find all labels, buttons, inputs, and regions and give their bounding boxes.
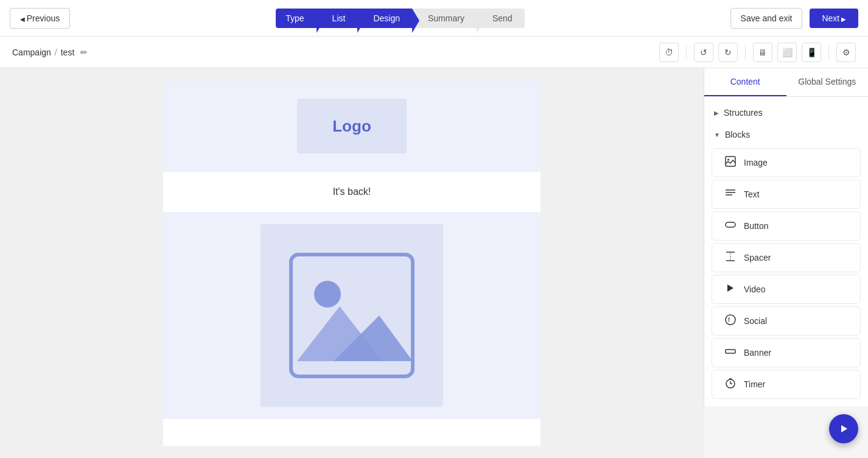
tab-global-settings[interactable]: Global Settings <box>786 68 869 96</box>
svg-text:f: f <box>728 317 730 323</box>
block-item-timer[interactable]: Timer <box>712 370 861 399</box>
spacer-block-label: Spacer <box>744 253 771 262</box>
toolbar-divider-2 <box>745 45 746 60</box>
logo-box: Logo <box>297 99 407 153</box>
blocks-label: Blocks <box>725 130 750 139</box>
tab-content[interactable]: Content <box>704 68 786 96</box>
button-block-label: Button <box>744 221 768 231</box>
svg-marker-13 <box>727 284 733 292</box>
block-item-text[interactable]: Text <box>712 180 861 209</box>
logo-text: Logo <box>332 117 371 136</box>
svg-rect-9 <box>726 222 735 227</box>
placeholder-svg <box>285 248 419 382</box>
svg-marker-21 <box>841 425 847 432</box>
nav-left: Previous <box>10 8 70 29</box>
block-item-banner[interactable]: Banner <box>712 338 861 367</box>
svg-point-5 <box>727 159 729 161</box>
panel-content: ▶ Structures ▼ Blocks Image <box>704 97 868 406</box>
spacer-block-icon <box>724 251 737 264</box>
structures-label: Structures <box>724 108 763 118</box>
block-item-button[interactable]: Button <box>712 211 861 241</box>
svg-point-14 <box>726 315 735 325</box>
video-block-icon <box>724 283 737 296</box>
social-block-label: Social <box>744 316 767 326</box>
breadcrumb-name: test <box>61 48 75 57</box>
undo-icon[interactable]: ↺ <box>694 43 713 62</box>
breadcrumb-separator: / <box>55 48 57 57</box>
text-section: It's back! <box>163 172 541 212</box>
text-block-icon <box>724 188 737 201</box>
right-panel: Content Global Settings ▶ Structures ▼ B… <box>704 68 868 406</box>
timer-block-icon <box>724 378 737 391</box>
redo-icon[interactable]: ↻ <box>718 43 738 62</box>
svg-rect-16 <box>726 350 735 353</box>
breadcrumb-bar: Campaign / test ✏ ⏱ ↺ ↻ 🖥 ⬜ 📱 ⚙ <box>0 37 868 68</box>
blocks-section-header[interactable]: ▼ Blocks <box>704 124 868 146</box>
top-nav: Previous Type List Design Summary Send S… <box>0 0 868 37</box>
mobile-preview-icon[interactable]: 📱 <box>802 43 821 62</box>
image-placeholder <box>261 224 443 407</box>
social-block-icon: f <box>724 314 737 328</box>
timer-block-label: Timer <box>744 379 765 389</box>
banner-block-label: Banner <box>744 348 771 358</box>
structures-chevron: ▶ <box>714 110 719 116</box>
structures-section-header[interactable]: ▶ Structures <box>704 102 868 124</box>
step-summary[interactable]: Summary <box>411 9 477 28</box>
block-item-image[interactable]: Image <box>712 148 861 177</box>
breadcrumb-campaign: Campaign <box>12 48 51 57</box>
button-block-icon <box>724 219 737 233</box>
save-exit-button[interactable]: Save and exit <box>730 8 803 29</box>
fab-button[interactable] <box>829 414 858 443</box>
previous-button[interactable]: Previous <box>10 8 70 29</box>
logo-section: Logo <box>163 80 541 172</box>
canvas-area: Logo It's back! <box>0 68 704 458</box>
video-block-label: Video <box>744 284 766 294</box>
banner-block-icon <box>724 346 737 359</box>
main-layout: Logo It's back! <box>0 68 868 458</box>
blocks-chevron: ▼ <box>714 132 720 138</box>
step-type[interactable]: Type <box>276 9 316 28</box>
settings-icon[interactable]: ⚙ <box>836 43 856 62</box>
nav-steps: Type List Design Summary Send <box>276 9 524 28</box>
image-section <box>163 212 541 419</box>
toolbar-icons: ⏱ ↺ ↻ 🖥 ⬜ 📱 ⚙ <box>659 43 856 62</box>
svg-point-1 <box>314 281 341 308</box>
history-icon[interactable]: ⏱ <box>659 43 679 62</box>
block-item-spacer[interactable]: Spacer <box>712 243 861 272</box>
image-block-icon <box>724 156 737 169</box>
edit-icon[interactable]: ✏ <box>80 48 88 57</box>
email-canvas: Logo It's back! <box>163 80 541 446</box>
desktop-preview-icon[interactable]: 🖥 <box>753 43 772 62</box>
nav-right: Save and exit Next <box>730 8 858 29</box>
text-block-label: Text <box>744 189 760 199</box>
email-body-text: It's back! <box>333 186 371 197</box>
next-button[interactable]: Next <box>810 9 858 28</box>
toolbar-divider <box>686 45 687 60</box>
panel-tabs: Content Global Settings <box>704 68 868 97</box>
right-panel-container: Content Global Settings ▶ Structures ▼ B… <box>704 68 868 458</box>
image-block-label: Image <box>744 158 768 167</box>
toolbar-divider-3 <box>828 45 829 60</box>
block-item-social[interactable]: f Social <box>712 306 861 336</box>
block-item-video[interactable]: Video <box>712 275 861 304</box>
breadcrumb: Campaign / test ✏ <box>12 48 88 57</box>
tablet-preview-icon[interactable]: ⬜ <box>777 43 797 62</box>
